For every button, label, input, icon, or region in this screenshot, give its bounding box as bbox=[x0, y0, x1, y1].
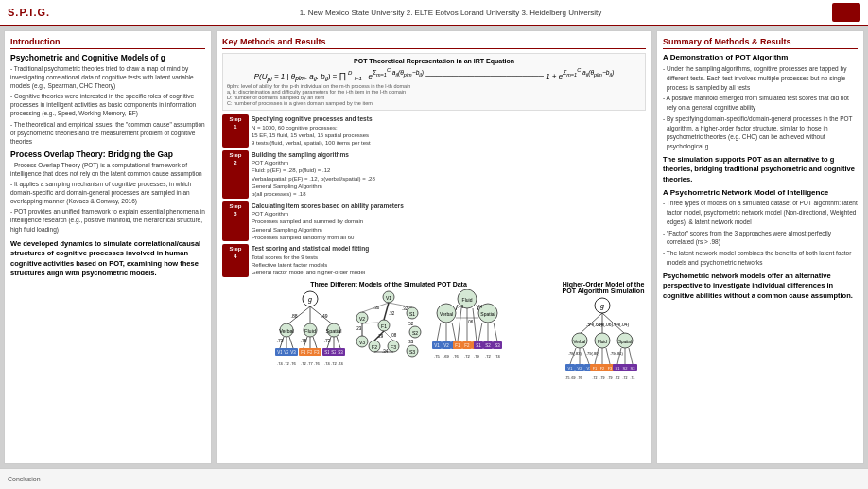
footer: Conclusion bbox=[0, 468, 868, 489]
svg-text:.74: .74 bbox=[631, 376, 635, 380]
svg-text:.72: .72 bbox=[464, 354, 470, 358]
svg-text:F1: F1 bbox=[593, 366, 598, 371]
svg-text:.84(.06): .84(.06) bbox=[597, 322, 614, 327]
svg-text:Fluid: Fluid bbox=[462, 297, 473, 303]
universities-text: 1. New Mexico State University 2. ELTE E… bbox=[69, 9, 832, 17]
svg-line-108 bbox=[458, 308, 461, 341]
svg-text:.72: .72 bbox=[284, 361, 289, 366]
svg-text:.76: .76 bbox=[578, 376, 582, 380]
svg-text:V3: V3 bbox=[359, 340, 365, 345]
svg-text:S1: S1 bbox=[476, 343, 481, 348]
svg-text:Verbal: Verbal bbox=[440, 311, 453, 317]
svg-text:.44: .44 bbox=[477, 305, 483, 309]
section1-bullet-2: - Cognitive theories were interested in … bbox=[10, 92, 205, 117]
svg-text:Spatial: Spatial bbox=[326, 328, 342, 334]
svg-text:F2: F2 bbox=[464, 343, 470, 348]
svg-text:S2: S2 bbox=[412, 330, 418, 336]
svg-text:Fluid: Fluid bbox=[598, 340, 607, 344]
svg-text:S1: S1 bbox=[409, 311, 415, 317]
svg-text:g: g bbox=[308, 296, 312, 304]
svg-text:.75: .75 bbox=[434, 354, 440, 358]
svg-text:Spatial: Spatial bbox=[618, 340, 632, 344]
svg-text:S3: S3 bbox=[338, 350, 343, 355]
svg-line-36 bbox=[337, 337, 340, 348]
svg-text:.74: .74 bbox=[338, 361, 343, 366]
right-panel-title: Summary of Methods & Results bbox=[663, 37, 858, 49]
svg-text:.08: .08 bbox=[391, 333, 397, 338]
svg-text:.49: .49 bbox=[321, 313, 328, 319]
step-1-content: Specifying cognitive processes and tests… bbox=[252, 114, 373, 147]
algo-title: A Demonstration of POT Algorithm bbox=[663, 53, 858, 61]
svg-text:V1: V1 bbox=[434, 343, 440, 348]
step-2-badge: Step2 bbox=[222, 150, 249, 199]
svg-text:.72: .72 bbox=[301, 361, 306, 366]
step-2: Step2 Building the sampling algorithms P… bbox=[222, 150, 646, 199]
svg-text:.75 .69: .75 .69 bbox=[565, 376, 576, 380]
network-bullet-2: - "Factor" scores from the 3 approaches … bbox=[663, 229, 858, 248]
model-2-diagram: V1 V2 V3 F1 bbox=[351, 289, 426, 376]
diagrams-section: Three Different Models of the Simulated … bbox=[222, 281, 646, 421]
model-1-diagram: g .88 .49 Verbal bbox=[272, 289, 348, 376]
section1-heading: Psychometric and Cognitive Models of g bbox=[10, 53, 205, 62]
svg-text:.34: .34 bbox=[382, 349, 389, 354]
svg-text:F3: F3 bbox=[391, 344, 396, 350]
svg-text:.79: .79 bbox=[474, 354, 479, 358]
center-panel: Key Methods and Results POT Theoretical … bbox=[216, 30, 652, 464]
svg-text:Fluid: Fluid bbox=[304, 328, 316, 334]
step-4-badge: Step4 bbox=[222, 244, 249, 276]
svg-text:.79: .79 bbox=[600, 376, 605, 380]
svg-text:V2: V2 bbox=[443, 343, 449, 348]
svg-text:.29: .29 bbox=[377, 334, 384, 339]
svg-text:.72: .72 bbox=[593, 376, 598, 380]
step-3-content: Calculating item scores based on ability… bbox=[252, 201, 404, 242]
svg-text:S3: S3 bbox=[631, 366, 636, 371]
network-bullet-1: - Three types of models on a simulated d… bbox=[663, 199, 858, 226]
svg-text:F3: F3 bbox=[314, 350, 320, 355]
svg-text:.74: .74 bbox=[495, 354, 500, 358]
svg-text:.48: .48 bbox=[458, 305, 464, 309]
svg-text:.79(.81): .79(.81) bbox=[610, 351, 623, 356]
svg-text:S3: S3 bbox=[409, 349, 415, 355]
svg-line-170 bbox=[629, 348, 633, 364]
svg-text:S3: S3 bbox=[495, 343, 500, 348]
network-title: A Psychometric Network Model of Intellig… bbox=[663, 188, 858, 197]
eq-params: θplm: level of ability for the p-th indi… bbox=[227, 83, 641, 106]
step-3-badge: Step3 bbox=[222, 201, 249, 242]
model-3-diagram: Verbal Fluid Spatial .48 bbox=[429, 289, 505, 376]
svg-text:F3: F3 bbox=[608, 366, 613, 371]
svg-text:.74: .74 bbox=[324, 361, 330, 366]
svg-line-27 bbox=[313, 337, 317, 348]
left-panel: Introduction Psychometric and Cognitive … bbox=[4, 30, 212, 464]
svg-text:.72: .72 bbox=[331, 361, 337, 366]
irt-equation-box: POT Theoretical Representation in an IRT… bbox=[222, 53, 646, 111]
algo-bullet-1: - Under the sampling algorithms, cogniti… bbox=[663, 64, 858, 92]
logo-right-icon bbox=[832, 3, 860, 22]
eq-formula: P(Upi = 1 | θplm, ail, bil) = ∏ D l=1 eΣ… bbox=[227, 67, 641, 81]
section2-bullet-1: - Process Overlap Theory (POT) is a comp… bbox=[10, 161, 205, 178]
svg-text:V1: V1 bbox=[386, 295, 391, 301]
svg-text:S2: S2 bbox=[623, 366, 629, 371]
svg-text:.76: .76 bbox=[453, 354, 459, 358]
svg-text:F2: F2 bbox=[600, 366, 605, 371]
section1-bullet-3: - The theoretical and empirical issues: … bbox=[10, 120, 205, 146]
section1-bullet-1: - Traditional psychometric theories trie… bbox=[10, 64, 205, 90]
svg-text:Spatial: Spatial bbox=[480, 311, 495, 317]
svg-text:.84(.04): .84(.04) bbox=[613, 322, 630, 327]
svg-text:F2: F2 bbox=[372, 344, 377, 350]
svg-text:.69: .69 bbox=[443, 354, 449, 358]
footer-text: Conclusion bbox=[8, 476, 41, 482]
svg-text:.32: .32 bbox=[402, 306, 408, 311]
header: S.P.I.G. 1. New Mexico State University … bbox=[0, 0, 868, 26]
svg-text:.30: .30 bbox=[373, 306, 380, 310]
svg-text:.33: .33 bbox=[408, 340, 414, 344]
svg-line-119 bbox=[494, 323, 497, 341]
algo-bullet-3: - By specifying domain-specific/domain-g… bbox=[663, 114, 858, 151]
svg-text:V3: V3 bbox=[290, 350, 296, 355]
section2-bullet-2: - It applies a sampling mechanism of cog… bbox=[10, 180, 205, 205]
svg-text:.88: .88 bbox=[291, 313, 298, 319]
svg-line-110 bbox=[473, 308, 477, 341]
svg-text:.76: .76 bbox=[290, 361, 296, 366]
svg-text:.06: .06 bbox=[467, 320, 474, 324]
svg-text:S1: S1 bbox=[616, 366, 621, 371]
svg-text:.72: .72 bbox=[616, 376, 620, 380]
